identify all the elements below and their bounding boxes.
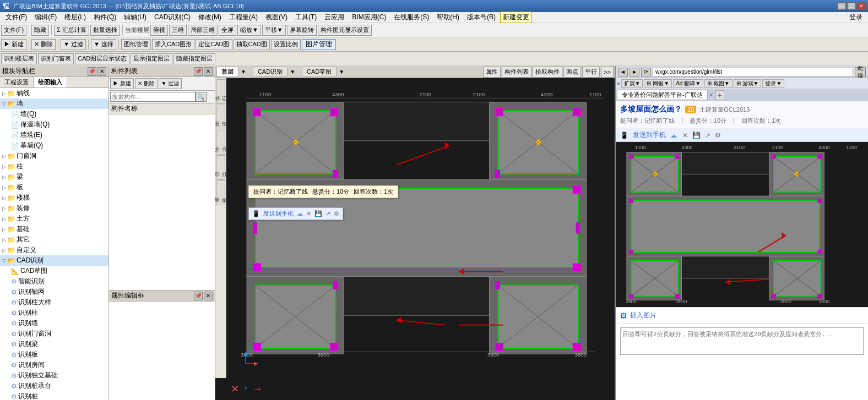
tree-id-pile[interactable]: ⚙识别桩 xyxy=(0,391,109,400)
web-tab-main[interactable]: 专业造价问题解答平台-广联达 xyxy=(617,90,708,100)
btn-identify-floor[interactable]: 识别楼层表 xyxy=(1,53,37,64)
btn-pick-comp[interactable]: 拾取构件 xyxy=(533,67,562,78)
comp-close-btn[interactable]: ✕ xyxy=(204,67,213,76)
menu-version[interactable]: 版本号(B) xyxy=(464,12,499,23)
btn-identify-door[interactable]: 识别门窗表 xyxy=(38,53,74,64)
tree-wall[interactable]: ▽📂墙 xyxy=(0,98,109,109)
tree-smart-id[interactable]: ⚙智能识别 xyxy=(0,276,109,287)
toolbar-top-view[interactable]: 俯视 xyxy=(150,25,168,36)
tree-id-door[interactable]: ⚙识别门窗洞 xyxy=(0,328,109,339)
action-settings-btn[interactable]: ⚙ xyxy=(334,210,339,217)
tree-decoration[interactable]: ▷📁装修 xyxy=(0,203,109,213)
tree-wall-q[interactable]: 📄墙(Q) xyxy=(0,109,109,119)
web-login-btn[interactable]: 登录▼ xyxy=(762,79,784,88)
menu-quantity[interactable]: 工程量(A) xyxy=(226,12,261,23)
web-screenshot-btn[interactable]: ⊞ 截图▼ xyxy=(704,79,733,88)
nav-pin-button[interactable]: 📌 xyxy=(88,67,96,76)
web-action-share[interactable]: ↗ xyxy=(705,131,710,139)
toolbar-pan[interactable]: 平移▼ xyxy=(262,25,286,36)
browser-url-input[interactable] xyxy=(653,68,853,76)
btn-hide-layer[interactable]: 隐藏指定图层 xyxy=(173,53,215,64)
search-input[interactable] xyxy=(110,92,196,102)
tree-beam[interactable]: ▷📁梁 xyxy=(0,172,109,182)
tree-id-beam[interactable]: ⚙识别梁 xyxy=(0,339,109,349)
tree-cad-sketch[interactable]: 📐CAD草图 xyxy=(0,266,109,276)
tree-foundation[interactable]: ▷📁基础 xyxy=(0,224,109,234)
toolbar-partial-3d[interactable]: 局部三维 xyxy=(188,25,218,36)
comp-new-btn[interactable]: ▶ 新建 xyxy=(110,78,134,89)
menu-online[interactable]: 在线服务(S) xyxy=(390,12,432,23)
action-close-btn[interactable]: ✕ xyxy=(306,210,311,217)
comp-filter-btn[interactable]: ▼ 过滤 xyxy=(159,78,182,89)
tree-wall-pier[interactable]: 📄墙垛(E) xyxy=(0,130,109,140)
menu-cloud[interactable]: 云应用 xyxy=(321,12,348,23)
cad-tab-floor[interactable]: 首层 xyxy=(216,67,238,77)
btn-filter[interactable]: ▼ 过滤 xyxy=(61,39,86,50)
browser-refresh-btn[interactable]: ⟳ xyxy=(641,68,651,76)
floor-dropdown[interactable]: ▼ xyxy=(241,69,246,75)
tree-custom[interactable]: ▷📁自定义 xyxy=(0,245,109,255)
web-netbank-btn[interactable]: ⊞ 网银▼ xyxy=(644,79,672,88)
action-share-btn[interactable]: ↗ xyxy=(326,210,330,217)
tree-id-col-detail[interactable]: ⚙识别柱大样 xyxy=(0,297,109,308)
tree-cad-id[interactable]: ▽📂CAD识别 xyxy=(0,255,109,266)
tab-drawing-input[interactable]: 绘图输入 xyxy=(34,77,67,87)
btn-two-point[interactable]: 两点 xyxy=(563,67,581,78)
web-action-close[interactable]: ✕ xyxy=(682,131,688,139)
insert-pic-label[interactable]: 插入图片 xyxy=(630,311,657,320)
btn-extract-cad[interactable]: 抽取CAD图 xyxy=(234,39,270,50)
menu-new-change[interactable]: 新建变更 xyxy=(500,12,532,23)
tree-earthwork[interactable]: ▷📁土方 xyxy=(0,213,109,224)
sketch-dropdown[interactable]: ▼ xyxy=(339,69,344,75)
web-game-btn[interactable]: ⊞ 游戏▼ xyxy=(734,79,762,88)
toolbar-zoom[interactable]: 缩放▼ xyxy=(237,25,261,36)
toolbar-batch-select[interactable]: 批量选择 xyxy=(90,25,120,36)
btn-show-layer[interactable]: 显示指定图层 xyxy=(131,53,172,64)
btn-delete[interactable]: ✕ 删除 xyxy=(31,39,56,50)
tree-stair[interactable]: ▷📁楼梯 xyxy=(0,193,109,203)
nav-close-button[interactable]: ✕ xyxy=(97,67,106,76)
menu-aux[interactable]: 辅轴(U) xyxy=(121,12,150,23)
btn-img-mgr[interactable]: 图片管理 xyxy=(302,39,336,50)
btn-property[interactable]: 属性 xyxy=(483,67,501,78)
tree-id-axis[interactable]: ⚙识别轴网 xyxy=(0,287,109,297)
btn-parallel[interactable]: 平行 xyxy=(582,67,600,78)
btn-insert-cad[interactable]: 插入CAD图形 xyxy=(152,39,194,50)
tree-id-room[interactable]: ⚙识别房间 xyxy=(0,360,109,370)
cad-tool-edit[interactable]: 编辑 xyxy=(216,180,225,205)
toolbar-3d[interactable]: 三维 xyxy=(169,25,187,36)
tree-slab[interactable]: ▷📁板 xyxy=(0,182,109,193)
toolbar-file[interactable]: 文件(F) xyxy=(1,25,26,36)
menu-tools[interactable]: 工具(T) xyxy=(292,12,320,23)
cad-tool-info[interactable]: 信息 xyxy=(216,105,225,129)
tab-project-settings[interactable]: 工程设置 xyxy=(0,77,34,87)
btn-locate-cad[interactable]: 定位CAD图 xyxy=(196,39,232,50)
menu-view[interactable]: 视图(V) xyxy=(262,12,291,23)
web-translate-btn[interactable]: Ad 翻译▼ xyxy=(673,79,703,88)
toolbar-hide[interactable]: 隐藏 xyxy=(31,25,49,36)
cad-tool-merge[interactable]: 合并 xyxy=(216,130,225,155)
toolbar-rotate[interactable]: 屏幕旋转 xyxy=(287,25,317,36)
web-tab-add[interactable]: + xyxy=(715,90,724,100)
search-btn[interactable]: 🔍 xyxy=(196,92,207,102)
maximize-button[interactable]: □ xyxy=(847,2,856,10)
tree-id-col[interactable]: ⚙识别柱 xyxy=(0,308,109,318)
attr-pin-btn[interactable]: 📌 xyxy=(194,292,203,300)
btn-comp-list[interactable]: 构件列表 xyxy=(502,67,531,78)
web-tab-close[interactable]: ✕ xyxy=(709,92,713,98)
cad-tab-sketch[interactable]: CAD草图 xyxy=(302,67,337,77)
tree-id-pile-cap[interactable]: ⚙识别桩承台 xyxy=(0,381,109,391)
tree-id-slab[interactable]: ⚙识别板 xyxy=(0,349,109,360)
web-action-save[interactable]: 💾 xyxy=(692,131,701,139)
send-phone-label2[interactable]: 发送到手机 xyxy=(633,130,666,140)
toolbar-calc[interactable]: Σ 汇总计算 xyxy=(54,25,89,36)
toolbar-display-settings[interactable]: 构件图元显示设置 xyxy=(318,25,372,36)
expand-btn[interactable]: >> xyxy=(601,67,614,78)
browser-fwd-btn[interactable]: ► xyxy=(630,68,639,76)
web-action-gear[interactable]: ⚙ xyxy=(715,131,721,139)
cad-tool-cert[interactable]: 证书 xyxy=(216,79,225,104)
tree-door-window[interactable]: ▷📁门窗洞 xyxy=(0,151,109,161)
cad-tab-cad-id[interactable]: CAD识别 xyxy=(253,67,287,77)
tree-axis[interactable]: ▷📁轴线 xyxy=(0,88,109,98)
answer-input[interactable] xyxy=(620,327,864,355)
